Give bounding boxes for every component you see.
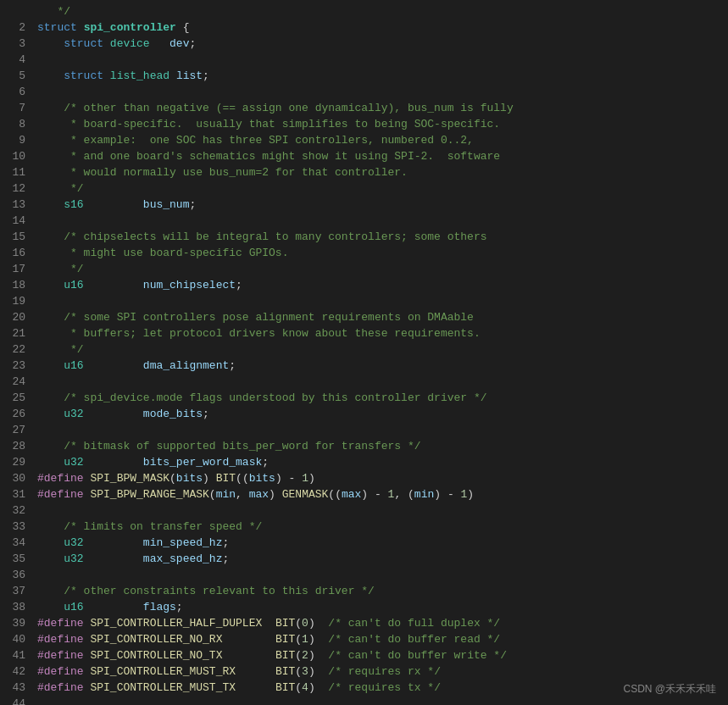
watermark: CSDN @禾禾禾禾哇 bbox=[623, 682, 716, 697]
line-number: 37 bbox=[3, 583, 25, 599]
line-number: 44 bbox=[3, 696, 25, 705]
code-content[interactable]: */struct spi_controller { struct device … bbox=[31, 3, 728, 705]
line-number: 34 bbox=[3, 535, 25, 551]
line-number: 14 bbox=[3, 213, 25, 229]
line-number bbox=[3, 3, 25, 19]
line-number: 9 bbox=[3, 132, 25, 148]
code-line: /* limits on transfer speed */ bbox=[37, 519, 721, 535]
line-number: 43 bbox=[3, 680, 25, 696]
code-line: #define SPI_BPW_MASK(bits) BIT((bits) - … bbox=[37, 470, 721, 486]
code-line: * board-specific. usually that simplifie… bbox=[37, 116, 721, 132]
line-number: 39 bbox=[3, 615, 25, 631]
code-line: /* chipselects will be integral to many … bbox=[37, 229, 721, 245]
code-line bbox=[37, 293, 721, 309]
code-line: /* other than negative (== assign one dy… bbox=[37, 100, 721, 116]
code-line: #define SPI_BPW_RANGE_MASK(min, max) GEN… bbox=[37, 486, 721, 502]
line-number: 11 bbox=[3, 164, 25, 180]
line-number: 2 bbox=[3, 19, 25, 36]
line-number: 25 bbox=[3, 390, 25, 406]
line-number: 15 bbox=[3, 229, 25, 245]
code-line: s16 bus_num; bbox=[37, 197, 721, 213]
code-line: u32 min_speed_hz; bbox=[37, 535, 721, 551]
code-line: */ bbox=[37, 341, 721, 358]
code-line: */ bbox=[37, 3, 721, 19]
code-line bbox=[37, 422, 721, 438]
code-line: #define SPI_CONTROLLER_MUST_TX BIT(4) /*… bbox=[37, 680, 721, 696]
code-line bbox=[37, 502, 721, 519]
line-number: 23 bbox=[3, 358, 25, 374]
line-number: 16 bbox=[3, 245, 25, 261]
code-line: u16 flags; bbox=[37, 599, 721, 615]
line-number: 6 bbox=[3, 84, 25, 100]
code-line: u32 max_speed_hz; bbox=[37, 551, 721, 567]
line-number: 42 bbox=[3, 663, 25, 680]
line-number: 28 bbox=[3, 438, 25, 454]
line-number: 12 bbox=[3, 180, 25, 197]
code-line: */ bbox=[37, 261, 721, 277]
code-line: * might use board-specific GPIOs. bbox=[37, 245, 721, 261]
line-number: 26 bbox=[3, 406, 25, 422]
code-line: u32 mode_bits; bbox=[37, 406, 721, 422]
code-line bbox=[37, 84, 721, 100]
line-number: 21 bbox=[3, 325, 25, 341]
code-line: #define SPI_CONTROLLER_MUST_RX BIT(3) /*… bbox=[37, 663, 721, 680]
line-number: 36 bbox=[3, 567, 25, 583]
code-line bbox=[37, 52, 721, 68]
line-number: 3 bbox=[3, 36, 25, 52]
line-number: 32 bbox=[3, 502, 25, 519]
line-number: 31 bbox=[3, 486, 25, 502]
code-line: struct list_head list; bbox=[37, 68, 721, 84]
code-line: */ bbox=[37, 180, 721, 197]
code-line: u16 dma_alignment; bbox=[37, 358, 721, 374]
line-number: 33 bbox=[3, 519, 25, 535]
code-line: /* some SPI controllers pose alignment r… bbox=[37, 309, 721, 325]
code-line: #define SPI_CONTROLLER_NO_TX BIT(2) /* c… bbox=[37, 647, 721, 663]
line-number: 38 bbox=[3, 599, 25, 615]
code-line: * example: one SOC has three SPI control… bbox=[37, 132, 721, 148]
line-number: 27 bbox=[3, 422, 25, 438]
code-line: struct spi_controller { bbox=[37, 19, 721, 36]
code-line bbox=[37, 374, 721, 390]
line-number: 35 bbox=[3, 551, 25, 567]
code-line: u32 bits_per_word_mask; bbox=[37, 454, 721, 470]
line-number: 24 bbox=[3, 374, 25, 390]
code-line bbox=[37, 696, 721, 705]
line-number: 10 bbox=[3, 148, 25, 164]
code-line: #define SPI_CONTROLLER_HALF_DUPLEX BIT(0… bbox=[37, 615, 721, 631]
code-line bbox=[37, 213, 721, 229]
code-line: u16 num_chipselect; bbox=[37, 277, 721, 293]
line-number: 30 bbox=[3, 470, 25, 486]
line-number: 17 bbox=[3, 261, 25, 277]
line-number: 29 bbox=[3, 454, 25, 470]
line-number: 40 bbox=[3, 631, 25, 647]
line-number: 8 bbox=[3, 116, 25, 132]
code-line: /* spi_device.mode flags understood by t… bbox=[37, 390, 721, 406]
code-line bbox=[37, 567, 721, 583]
line-number: 18 bbox=[3, 277, 25, 293]
line-number: 20 bbox=[3, 309, 25, 325]
code-line: * would normally use bus_num=2 for that … bbox=[37, 164, 721, 180]
line-number: 22 bbox=[3, 341, 25, 358]
line-number: 4 bbox=[3, 52, 25, 68]
line-number: 5 bbox=[3, 68, 25, 84]
code-line: * buffers; let protocol drivers know abo… bbox=[37, 325, 721, 341]
code-line: /* other constraints relevant to this dr… bbox=[37, 583, 721, 599]
code-line: struct device dev; bbox=[37, 36, 721, 52]
line-numbers: 2345678910111213141516171819202122232425… bbox=[0, 3, 31, 705]
line-number: 19 bbox=[3, 293, 25, 309]
code-editor: 2345678910111213141516171819202122232425… bbox=[0, 0, 728, 705]
code-line: #define SPI_CONTROLLER_NO_RX BIT(1) /* c… bbox=[37, 631, 721, 647]
line-number: 41 bbox=[3, 647, 25, 663]
code-line: /* bitmask of supported bits_per_word fo… bbox=[37, 438, 721, 454]
code-line: * and one board's schematics might show … bbox=[37, 148, 721, 164]
line-number: 7 bbox=[3, 100, 25, 116]
line-number: 13 bbox=[3, 197, 25, 213]
